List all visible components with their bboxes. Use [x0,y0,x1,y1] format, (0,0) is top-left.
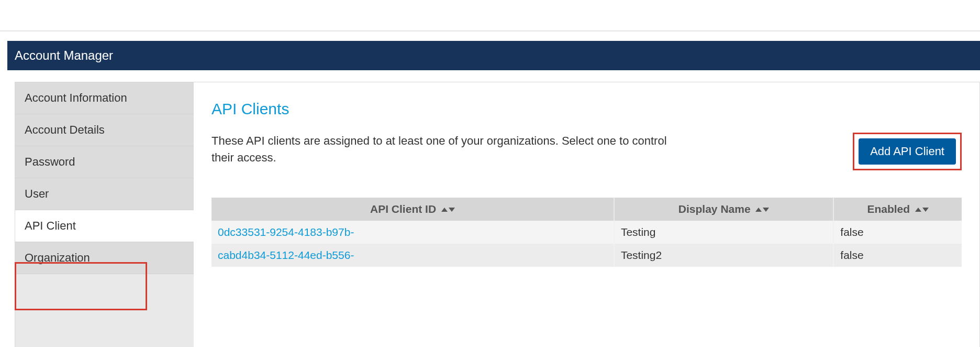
page-title: API Clients [211,100,962,118]
sidebar: Account Information Account Details Pass… [15,82,194,347]
table-row: 0dc33531-9254-4183-b97b- Testing false [211,221,962,244]
sort-desc-icon [449,208,455,212]
table-row: cabd4b34-5112-44ed-b556- Testing2 false [211,244,962,267]
column-header-label: Display Name [678,203,751,215]
sort-icons [915,208,929,212]
sidebar-item-label: Account Details [25,123,105,137]
sort-asc-icon [915,208,921,212]
cell-enabled: false [833,221,962,244]
column-header-display-name[interactable]: Display Name [614,198,833,221]
sort-icons [755,208,769,212]
description-row: These API clients are assigned to at lea… [211,133,962,170]
sidebar-item-account-information[interactable]: Account Information [15,82,194,114]
sidebar-item-label: Password [25,155,75,169]
cell-display-name: Testing [614,221,833,244]
page-description: These API clients are assigned to at lea… [211,133,667,166]
cell-enabled: false [833,244,962,267]
column-header-api-client-id[interactable]: API Client ID [211,198,614,221]
sidebar-item-label: Account Information [25,91,127,105]
add-api-client-button[interactable]: Add API Client [859,138,956,165]
sort-icons [441,208,455,212]
cell-display-name: Testing2 [614,244,833,267]
app-viewport: Account Manager Account Information Acco… [0,0,980,347]
body-area: Account Information Account Details Pass… [15,82,980,347]
sidebar-item-label: User [25,187,49,201]
table-header-row: API Client ID Display Name [211,198,962,221]
sidebar-item-user[interactable]: User [15,178,194,210]
sidebar-item-password[interactable]: Password [15,146,194,178]
api-client-id-link[interactable]: cabd4b34-5112-44ed-b556- [218,249,354,261]
header-title: Account Manager [15,48,113,63]
sidebar-item-label: API Client [25,219,76,233]
cell-api-client-id: 0dc33531-9254-4183-b97b- [211,221,614,244]
sort-asc-icon [755,208,762,212]
api-client-id-link[interactable]: 0dc33531-9254-4183-b97b- [218,226,354,238]
sidebar-item-account-details[interactable]: Account Details [15,114,194,146]
sidebar-item-organization[interactable]: Organization [15,242,194,274]
sidebar-item-api-client[interactable]: API Client [15,210,194,242]
highlight-add-api-client: Add API Client [853,133,962,170]
main-panel: API Clients These API clients are assign… [194,82,979,347]
sort-desc-icon [763,208,769,212]
column-header-enabled[interactable]: Enabled [833,198,962,221]
api-clients-table: API Client ID Display Name [211,198,962,267]
header-bar: Account Manager [7,41,980,70]
column-header-label: API Client ID [370,203,436,215]
sidebar-item-label: Organization [25,251,90,265]
cell-api-client-id: cabd4b34-5112-44ed-b556- [211,244,614,267]
sort-desc-icon [922,208,929,212]
top-whitespace [0,0,980,31]
column-header-label: Enabled [867,203,910,215]
sort-asc-icon [441,208,448,212]
